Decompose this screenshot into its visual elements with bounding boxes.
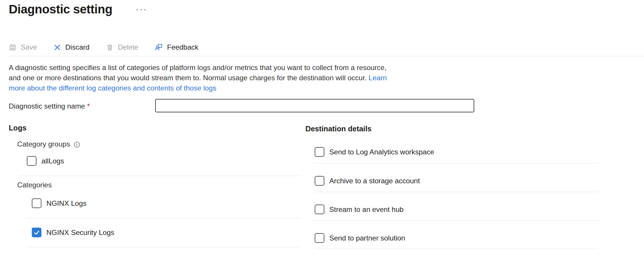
stream-to-event-hub-label[interactable]: Stream to an event hub — [329, 205, 404, 214]
archive-to-storage-label[interactable]: Archive to a storage account — [329, 177, 420, 185]
nginx-logs-label[interactable]: NGINX Logs — [46, 199, 87, 208]
more-options-button[interactable]: ··· — [136, 5, 147, 13]
learn-more-link[interactable]: Learn — [369, 74, 387, 82]
discard-label: Discard — [65, 43, 90, 51]
destination-row-log-analytics: Send to Log Analytics workspace — [315, 147, 434, 157]
alllogs-checkbox[interactable] — [27, 156, 36, 166]
divider — [314, 220, 598, 221]
destination-row-partner-solution: Send to partner solution — [315, 233, 405, 243]
feedback-button[interactable]: Feedback — [155, 43, 199, 51]
learn-more-link[interactable]: more about the different log categories … — [9, 84, 216, 92]
description-line-2: and one or more destinations that you wo… — [9, 73, 387, 83]
page-title: Diagnostic setting — [9, 2, 112, 16]
divider — [18, 176, 301, 176]
save-label: Save — [21, 43, 37, 51]
save-button[interactable]: Save — [9, 43, 37, 51]
toolbar-divider — [9, 56, 644, 56]
category-groups-row: Category groups — [17, 140, 80, 148]
description-line-3: more about the different log categories … — [9, 83, 387, 93]
diagnostic-setting-page: Diagnostic setting ··· Save Discard — [0, 0, 644, 265]
send-to-partner-label[interactable]: Send to partner solution — [329, 234, 405, 242]
send-to-partner-checkbox[interactable] — [315, 233, 324, 243]
discard-x-icon — [53, 43, 61, 51]
info-icon[interactable] — [74, 141, 80, 148]
nginx-security-logs-label[interactable]: NGINX Security Logs — [46, 229, 114, 237]
feedback-label: Feedback — [167, 43, 199, 51]
command-bar: Save Discard Delete — [9, 40, 198, 55]
trash-icon — [106, 43, 114, 51]
description-line-1: A diagnostic setting specifies a list of… — [9, 62, 387, 73]
delete-button[interactable]: Delete — [106, 43, 139, 51]
delete-label: Delete — [118, 43, 139, 51]
logs-section-heading: Logs — [9, 124, 27, 132]
name-field-label: Diagnostic setting name — [9, 102, 85, 110]
save-icon — [9, 43, 17, 51]
nginx-security-logs-checkbox[interactable] — [32, 228, 41, 237]
divider — [26, 247, 301, 247]
category-row-nginx-security-logs: NGINX Security Logs — [32, 228, 114, 237]
send-to-log-analytics-label[interactable]: Send to Log Analytics workspace — [329, 148, 434, 156]
discard-button[interactable]: Discard — [53, 43, 90, 51]
required-asterisk: * — [87, 102, 90, 110]
category-group-row-alllogs: allLogs — [27, 156, 64, 166]
name-field-label-row: Diagnostic setting name* — [9, 102, 90, 110]
destination-row-event-hub: Stream to an event hub — [315, 205, 404, 214]
page-description: A diagnostic setting specifies a list of… — [9, 62, 387, 93]
destination-details-heading: Destination details — [305, 125, 372, 133]
feedback-icon — [155, 43, 163, 51]
send-to-log-analytics-checkbox[interactable] — [315, 147, 324, 157]
alllogs-label[interactable]: allLogs — [41, 157, 64, 165]
category-row-nginx-logs: NGINX Logs — [32, 198, 87, 208]
destination-row-storage-account: Archive to a storage account — [315, 176, 420, 186]
divider — [26, 218, 301, 218]
divider — [314, 192, 598, 192]
diagnostic-setting-name-input[interactable] — [155, 99, 474, 112]
stream-to-event-hub-checkbox[interactable] — [315, 205, 324, 214]
category-groups-label: Category groups — [17, 140, 70, 148]
categories-label: Categories — [17, 181, 52, 189]
description-line-2-text: and one or more destinations that you wo… — [9, 74, 369, 82]
nginx-logs-checkbox[interactable] — [32, 198, 41, 208]
divider — [314, 163, 598, 163]
archive-to-storage-checkbox[interactable] — [315, 176, 324, 186]
divider — [314, 249, 598, 249]
